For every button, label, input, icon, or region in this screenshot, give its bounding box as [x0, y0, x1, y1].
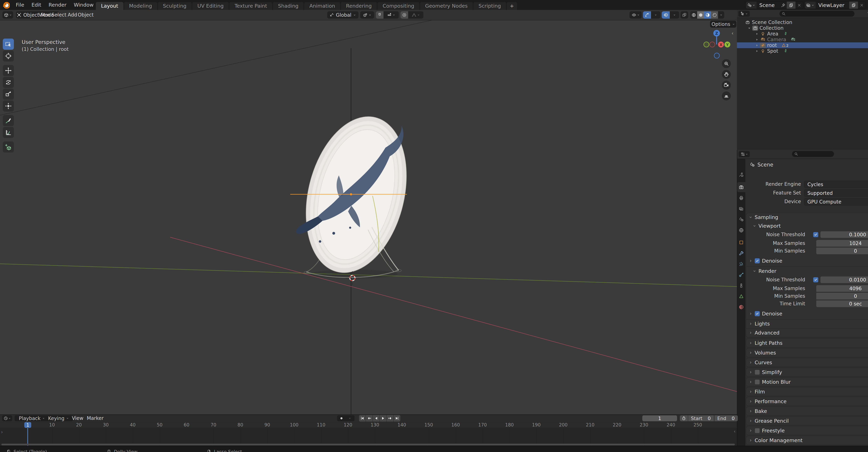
timeline-ruler[interactable]: 1020304050607080901001101201301401501601…: [0, 422, 737, 428]
value-field[interactable]: 0: [816, 248, 868, 254]
timeline-scrollbar[interactable]: [1, 444, 735, 445]
workspace-tab-modeling[interactable]: Modeling: [124, 2, 157, 10]
outliner-label[interactable]: Area: [767, 31, 778, 37]
value-field[interactable]: 0.1000: [820, 231, 868, 238]
pin-icon[interactable]: [780, 3, 787, 7]
subpanel-lights[interactable]: Lights: [749, 320, 770, 327]
tool-transform-icon[interactable]: [3, 101, 14, 112]
editor-type-button[interactable]: [2, 11, 13, 19]
outliner-row-area[interactable]: Area: [737, 31, 868, 37]
checkbox-unchecked[interactable]: [755, 379, 760, 385]
properties-tab-viewlayer-icon[interactable]: [737, 204, 745, 214]
checkbox-checked[interactable]: [813, 232, 818, 237]
gizmo-icon[interactable]: [643, 11, 651, 19]
topbar-menu-file[interactable]: File: [12, 0, 28, 10]
panel-curves[interactable]: Curves: [746, 358, 868, 367]
snap-with-dropdown[interactable]: [383, 11, 399, 19]
workspace-tab-scripting[interactable]: Scripting: [473, 2, 506, 10]
workspace-tab-compositing[interactable]: Compositing: [377, 2, 420, 10]
denoise-toggle[interactable]: Denoise: [749, 310, 782, 317]
navigation-gizmo[interactable]: Z X Y: [698, 10, 737, 62]
playhead-line[interactable]: [27, 428, 28, 446]
workspace-tab-rendering[interactable]: Rendering: [341, 2, 377, 10]
outliner-label[interactable]: Collection: [760, 25, 784, 31]
viewport-menu-add[interactable]: Add: [68, 10, 77, 20]
denoise-toggle[interactable]: Denoise: [749, 257, 782, 264]
panel-color-management[interactable]: Color Management: [746, 436, 868, 445]
properties-tab-constraints-icon[interactable]: [737, 281, 745, 290]
disclosure-right-icon[interactable]: [754, 49, 760, 53]
nav-grid-ortho-icon[interactable]: [722, 91, 731, 101]
outliner-row-root[interactable]: root2: [737, 43, 868, 48]
value-field[interactable]: 0.0100: [820, 277, 868, 283]
timeline-collapse-arrow[interactable]: ‹: [734, 429, 736, 434]
panel-grease-pencil[interactable]: Grease Pencil: [746, 417, 868, 425]
xray-toggle[interactable]: [681, 11, 688, 19]
value-field[interactable]: 1024: [816, 240, 868, 247]
viewport-menu-object[interactable]: Object: [78, 10, 94, 20]
overlays-icon[interactable]: [662, 11, 670, 19]
timeline-track-area[interactable]: › ‹: [0, 428, 737, 446]
outliner-row-camera[interactable]: Camera: [737, 37, 868, 43]
gizmo-dropdown[interactable]: [651, 11, 660, 19]
proportional-icon[interactable]: [401, 11, 408, 19]
tool-annotate-icon[interactable]: [3, 115, 14, 126]
overlays-dropdown[interactable]: [670, 11, 679, 19]
render-subpanel-header[interactable]: Render: [750, 267, 868, 275]
outliner-filter-button[interactable]: [863, 11, 868, 17]
gizmo-axis-neg-x[interactable]: [710, 42, 715, 47]
play-icon[interactable]: [380, 415, 386, 422]
properties-tab-modifiers-icon[interactable]: [737, 248, 745, 258]
shading-wireframe-icon[interactable]: [690, 11, 697, 19]
workspace-tab-sculpting[interactable]: Sculpting: [158, 2, 192, 10]
viewlayer-selector[interactable]: ViewLayer: [805, 1, 866, 9]
frame-end-field[interactable]: End 0: [714, 415, 738, 421]
keying-dropdown[interactable]: [345, 417, 354, 420]
nav-camera-view-icon[interactable]: [722, 81, 731, 90]
mesh-data-icon[interactable]: 2: [781, 43, 788, 48]
properties-tab-output-icon[interactable]: [737, 193, 745, 203]
timeline-menu-marker[interactable]: Marker: [87, 415, 104, 422]
value-field[interactable]: 4096: [816, 285, 868, 292]
duplicate-icon[interactable]: [849, 2, 858, 9]
workspace-tab-layout[interactable]: Layout: [96, 2, 123, 10]
properties-tab-scene-icon[interactable]: [737, 215, 745, 225]
tool-scale-icon[interactable]: [3, 89, 14, 100]
panel-bake[interactable]: Bake: [746, 407, 868, 415]
tool-move-icon[interactable]: [3, 65, 14, 76]
panel-freestyle[interactable]: Freestyle: [746, 426, 868, 435]
key-prev-icon[interactable]: [366, 415, 373, 422]
checkbox-checked[interactable]: [813, 277, 818, 282]
sampling-panel-header[interactable]: Sampling: [746, 213, 868, 221]
field-dropdown[interactable]: Cycles: [804, 181, 868, 188]
tool-measure-icon[interactable]: [3, 127, 14, 138]
sidebar-collapse-arrow[interactable]: ‹: [732, 30, 734, 36]
scene-icon[interactable]: [746, 2, 756, 9]
checkbox-unchecked[interactable]: [755, 370, 760, 375]
nav-zoom-icon[interactable]: [722, 59, 731, 68]
close-icon[interactable]: [858, 3, 866, 7]
duplicate-icon[interactable]: [787, 2, 796, 9]
tool-cursor-icon[interactable]: [3, 50, 14, 61]
disclosure-right-icon[interactable]: [754, 44, 760, 47]
workspace-tab-shading[interactable]: Shading: [273, 2, 304, 10]
field-dropdown[interactable]: GPU Compute: [804, 198, 868, 205]
properties-tab-physics-icon[interactable]: [737, 270, 745, 280]
frame-start-field[interactable]: Start 0: [688, 415, 714, 421]
add-workspace-button[interactable]: +: [507, 2, 517, 10]
key-next-icon[interactable]: [387, 415, 393, 422]
checkbox-unchecked[interactable]: [755, 428, 760, 433]
visibility-dropdown[interactable]: [629, 11, 642, 19]
light-icon[interactable]: [760, 49, 766, 54]
properties-tab-particles-icon[interactable]: [737, 259, 745, 269]
properties-tab-render-icon[interactable]: [737, 182, 745, 192]
camera-object-icon[interactable]: [760, 37, 766, 42]
tool-rotate-icon[interactable]: [3, 77, 14, 88]
scene-name[interactable]: Scene: [756, 2, 780, 8]
light-data-icon[interactable]: [783, 49, 787, 53]
record-icon[interactable]: [338, 416, 345, 421]
panel-light-paths[interactable]: Light Paths: [746, 339, 868, 347]
workspace-tab-geometry-nodes[interactable]: Geometry Nodes: [420, 2, 473, 10]
disclosure-down-icon[interactable]: [746, 26, 752, 30]
viewport-menu-view[interactable]: View: [38, 10, 50, 20]
